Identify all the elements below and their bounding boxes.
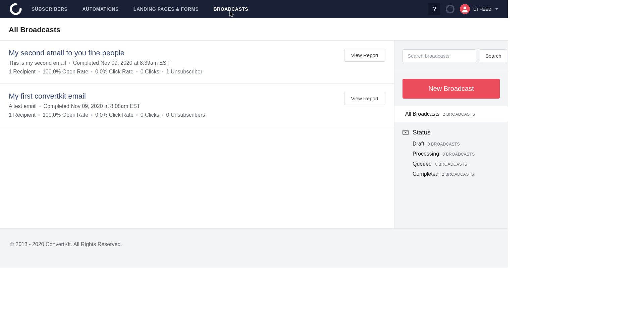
stat-recipients: 1 Recipient [9,112,36,118]
broadcast-preview: This is my second email [9,60,66,66]
dot-separator: • [91,112,93,118]
status-draft[interactable]: Draft 0 BROADCASTS [413,141,500,147]
user-menu[interactable]: UI FEED [460,4,498,14]
broadcast-title[interactable]: My first convertkit email [9,92,337,101]
status-label: Queued [413,161,432,167]
nav-subscribers[interactable]: SUBSCRIBERS [32,6,67,12]
broadcast-row: My second email to you fine people This … [0,41,394,84]
dot-separator: • [136,69,138,74]
broadcast-list: My second email to you fine people This … [0,41,394,228]
view-report-button[interactable]: View Report [344,92,385,105]
convertkit-logo-icon [10,3,22,15]
status-list: Draft 0 BROADCASTS Processing 0 BROADCAS… [402,141,500,177]
help-button[interactable]: ? [428,3,440,15]
logo[interactable] [9,3,22,15]
dot-separator: • [91,69,93,74]
status-processing[interactable]: Processing 0 BROADCASTS [413,151,500,157]
broadcast-meta: A test email • Completed Nov 09, 2020 at… [9,103,337,109]
status-ring-icon[interactable] [446,5,454,13]
footer: © 2013 - 2020 ConvertKit. All Rights Res… [0,228,508,268]
stat-unsubscribers: 1 Unsubscriber [166,69,203,75]
broadcast-completed: Completed Nov 09, 2020 at 8:39am EST [73,60,170,66]
avatar [460,4,470,14]
status-count: 0 BROADCASTS [442,152,475,157]
new-broadcast-block: New Broadcast [394,70,508,106]
status-count: 2 BROADCASTS [442,172,474,177]
footer-copyright: © 2013 - 2020 ConvertKit. All Rights Res… [10,241,122,247]
nav-broadcasts[interactable]: BROADCASTS [213,6,248,12]
broadcast-stats: 1 Recipient• 100.0% Open Rate• 0.0% Clic… [9,69,337,75]
search-block: Search [394,41,508,70]
status-block: Status Draft 0 BROADCASTS Processing 0 B… [394,122,508,185]
nav-items: SUBSCRIBERS AUTOMATIONS LANDING PAGES & … [32,6,248,12]
dot-separator: • [39,104,41,109]
page-title: All Broadcasts [9,25,499,34]
view-report-button[interactable]: View Report [344,49,385,62]
status-label: Processing [413,151,439,157]
broadcast-meta: This is my second email • Completed Nov … [9,60,337,66]
stat-unsubscribers: 0 Unsubscribers [166,112,205,118]
status-count: 0 BROADCASTS [435,162,467,167]
dot-separator: • [69,60,70,66]
sidebar: Search New Broadcast All Broadcasts 2 BR… [394,41,508,228]
dot-separator: • [38,69,40,74]
envelope-icon [402,130,409,135]
filter-all-count: 2 BROADCASTS [443,112,475,117]
top-nav: SUBSCRIBERS AUTOMATIONS LANDING PAGES & … [0,0,508,18]
dot-separator: • [162,69,164,74]
nav-automations[interactable]: AUTOMATIONS [82,6,118,12]
broadcast-title[interactable]: My second email to you fine people [9,49,337,57]
stat-open-rate: 100.0% Open Rate [43,112,88,118]
stat-click-rate: 0.0% Click Rate [95,112,133,118]
filter-all-label: All Broadcasts [405,111,439,117]
dot-separator: • [162,112,164,118]
filter-all-broadcasts[interactable]: All Broadcasts 2 BROADCASTS [394,106,508,122]
chevron-down-icon [495,8,498,10]
stat-clicks: 0 Clicks [141,112,159,118]
svg-point-0 [464,7,466,9]
status-count: 0 BROADCASTS [428,142,460,147]
status-title: Status [413,129,431,136]
search-input[interactable] [402,49,476,62]
stat-recipients: 1 Recipient [9,69,36,75]
status-completed[interactable]: Completed 2 BROADCASTS [413,171,500,177]
broadcast-preview: A test email [9,103,37,109]
broadcast-stats: 1 Recipient• 100.0% Open Rate• 0.0% Clic… [9,112,337,118]
broadcast-completed: Completed Nov 09, 2020 at 8:08am EST [44,103,140,109]
stat-open-rate: 100.0% Open Rate [43,69,88,75]
nav-landing-pages-forms[interactable]: LANDING PAGES & FORMS [133,6,199,12]
body: My second email to you fine people This … [0,41,508,228]
status-queued[interactable]: Queued 0 BROADCASTS [413,161,500,167]
stat-clicks: 0 Clicks [141,69,159,75]
broadcast-row: My first convertkit email A test email •… [0,84,394,127]
dot-separator: • [38,112,40,118]
user-name-label: UI FEED [473,7,492,12]
broadcast-info: My first convertkit email A test email •… [9,92,337,118]
dot-separator: • [136,112,138,118]
search-button[interactable]: Search [480,49,507,62]
status-label: Draft [413,141,424,147]
stat-click-rate: 0.0% Click Rate [95,69,133,75]
broadcast-info: My second email to you fine people This … [9,49,337,75]
status-label: Completed [413,171,438,177]
new-broadcast-button[interactable]: New Broadcast [402,79,500,99]
avatar-icon [462,6,468,12]
status-header: Status [402,129,500,136]
nav-right: ? UI FEED [428,3,498,15]
page-header: All Broadcasts [0,18,508,41]
